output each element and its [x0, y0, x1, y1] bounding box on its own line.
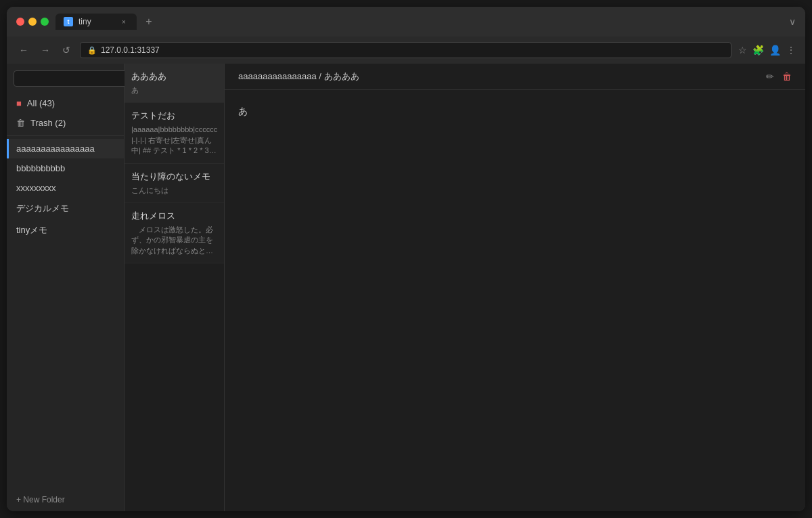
- sidebar-item-folder-0[interactable]: aaaaaaaaaaaaaaaa: [7, 139, 124, 158]
- folder-name-4: tinyメモ: [16, 224, 47, 236]
- browser-dropdown[interactable]: ∨: [789, 16, 796, 27]
- tab-close-button[interactable]: ×: [119, 17, 129, 26]
- editor-area: aaaaaaaaaaaaaaaa / ああああ ✏ 🗑 あ: [225, 64, 805, 511]
- extension-icon[interactable]: 🧩: [752, 45, 764, 56]
- sidebar-search-bar: ✏ ⚙: [7, 64, 124, 93]
- sidebar-item-folder-1[interactable]: bbbbbbbbbb: [7, 158, 124, 178]
- browser-actions: ☆ 🧩 👤 ⋮: [738, 45, 796, 56]
- note-title-0: ああああ: [131, 70, 217, 83]
- tab-favicon: t: [64, 17, 73, 26]
- note-preview-0: あ: [131, 85, 217, 95]
- note-title-3: 走れメロス: [131, 210, 217, 222]
- note-title-1: テストだお: [131, 110, 217, 122]
- back-button[interactable]: ←: [16, 43, 31, 57]
- address-lock-icon: 🔒: [87, 46, 97, 55]
- browser-window: t tiny × + ∨ ← → ↺ 🔒 127.0.0.1:31337 ☆ 🧩…: [7, 7, 805, 511]
- note-item-0[interactable]: ああああ あ: [125, 64, 224, 103]
- address-text: 127.0.0.1:31337: [101, 45, 160, 55]
- note-item-1[interactable]: テストだお |aaaaaa|bbbbbbbb|ccccccccccb| |-|-…: [125, 103, 224, 163]
- sidebar-divider: [7, 135, 124, 136]
- bookmark-icon[interactable]: ☆: [738, 45, 747, 56]
- editor-breadcrumb: aaaaaaaaaaaaaaaa / ああああ: [238, 70, 359, 83]
- browser-navbar: ← → ↺ 🔒 127.0.0.1:31337 ☆ 🧩 👤 ⋮: [7, 37, 805, 64]
- note-title-2: 当たり障のないメモ: [131, 171, 217, 183]
- note-preview-1: |aaaaaa|bbbbbbbb|ccccccccccb| |-|-|-| 右寄…: [131, 125, 217, 156]
- sidebar-item-folder-3[interactable]: デジカルメモ: [7, 198, 124, 219]
- folder-name-2: xxxxxxxxx: [16, 183, 56, 193]
- editor-delete-icon[interactable]: 🗑: [782, 71, 792, 82]
- notes-list: ああああ あ テストだお |aaaaaa|bbbbbbbb|cccccccccc…: [125, 64, 225, 511]
- note-preview-3: メロスは激怒した。必ず、かの邪智暴虐の主を除かなければならぬと決意した。メロスに…: [131, 225, 217, 256]
- folder-name-0: aaaaaaaaaaaaaaaa: [16, 144, 95, 154]
- trash-icon: 🗑: [16, 118, 25, 128]
- close-button[interactable]: [16, 18, 24, 26]
- tab-bar: t tiny × +: [55, 14, 782, 30]
- editor-actions: ✏ 🗑: [766, 71, 792, 82]
- sidebar-item-all[interactable]: ■ All (43): [7, 93, 124, 113]
- folder-name-3: デジカルメモ: [16, 202, 69, 215]
- search-input[interactable]: [14, 70, 127, 87]
- editor-edit-icon[interactable]: ✏: [766, 71, 774, 82]
- editor-header: aaaaaaaaaaaaaaaa / ああああ ✏ 🗑: [225, 64, 805, 90]
- all-label: All (43): [27, 98, 55, 108]
- minimize-button[interactable]: [28, 18, 37, 26]
- fullscreen-button[interactable]: [41, 18, 49, 26]
- note-item-2[interactable]: 当たり障のないメモ こんにちは: [125, 164, 224, 203]
- traffic-lights: [16, 18, 49, 26]
- note-preview-2: こんにちは: [131, 186, 217, 196]
- browser-titlebar: t tiny × + ∨: [7, 7, 805, 37]
- sidebar-folders: aaaaaaaaaaaaaaaa bbbbbbbbbb xxxxxxxxx デジ…: [7, 139, 124, 488]
- sidebar-item-trash[interactable]: 🗑 Trash (2): [7, 113, 124, 133]
- add-folder-button[interactable]: + New Folder: [7, 488, 124, 511]
- address-bar[interactable]: 🔒 127.0.0.1:31337: [80, 42, 731, 58]
- new-tab-button[interactable]: +: [141, 14, 157, 30]
- forward-button[interactable]: →: [38, 43, 53, 57]
- profile-icon[interactable]: 👤: [769, 45, 781, 56]
- reload-button[interactable]: ↺: [60, 43, 73, 57]
- sidebar-item-folder-4[interactable]: tinyメモ: [7, 219, 124, 241]
- editor-body[interactable]: あ: [225, 90, 805, 511]
- active-tab[interactable]: t tiny ×: [55, 14, 137, 30]
- note-item-3[interactable]: 走れメロス メロスは激怒した。必ず、かの邪智暴虐の主を除かなければならぬと決意し…: [125, 203, 224, 263]
- sidebar-item-folder-2[interactable]: xxxxxxxxx: [7, 178, 124, 198]
- menu-icon[interactable]: ⋮: [786, 45, 796, 56]
- all-icon: ■: [16, 98, 22, 108]
- folder-name-1: bbbbbbbbbb: [16, 163, 65, 173]
- app-content: ✏ ⚙ ■ All (43) 🗑 Trash (2) aaaaaaaaaaaaa…: [7, 64, 805, 511]
- tab-title: tiny: [78, 17, 114, 26]
- sidebar: ✏ ⚙ ■ All (43) 🗑 Trash (2) aaaaaaaaaaaaa…: [7, 64, 125, 511]
- trash-label: Trash (2): [30, 118, 66, 128]
